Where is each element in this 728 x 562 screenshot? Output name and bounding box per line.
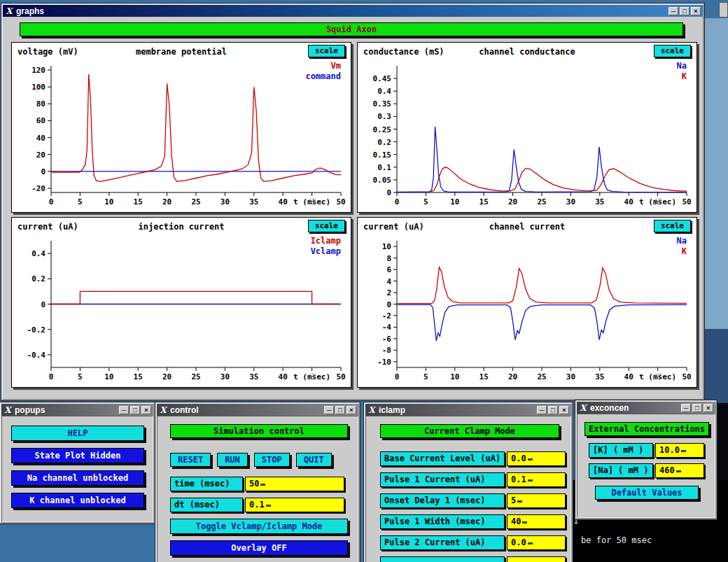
reset-button[interactable]: RESET [170,453,211,467]
field-value[interactable]: 460 [655,463,704,478]
scale-button[interactable]: scale [654,45,691,57]
x-logo-icon: X [368,405,376,415]
field-row: Base Current Level (uA)0.0 [380,451,566,466]
iclamp-window: X iclamp ─□× Current Clamp Mode Base Cur… [364,402,573,562]
maximize-button[interactable]: □ [680,7,690,15]
default-values-button[interactable]: Default Values [595,486,699,500]
svg-text:35: 35 [595,372,604,381]
scale-button[interactable]: scale [654,220,691,232]
field-label: time (msec) [170,477,243,491]
svg-text:30: 30 [220,197,230,206]
field-value[interactable] [507,556,566,562]
control-titlebar[interactable]: X control ─□× [157,404,358,416]
svg-text:25: 25 [191,372,200,381]
svg-text:8: 8 [386,254,391,263]
svg-text:15: 15 [479,372,489,381]
svg-text:-8: -8 [382,346,391,355]
svg-text:50: 50 [682,372,691,381]
svg-text:-2: -2 [382,311,391,321]
minimize-button[interactable]: ─ [324,406,334,414]
field-value[interactable]: 0.1 [245,498,344,512]
maximize-button[interactable]: □ [692,404,702,412]
banner-squid-axon: Squid Axon [20,22,683,36]
quit-button[interactable]: QUIT [296,453,332,467]
maximize-button[interactable]: □ [335,406,345,414]
svg-text:0.3: 0.3 [377,112,391,121]
popups-titlebar[interactable]: X popups ─□× [1,404,153,416]
field-value[interactable]: 5 [507,493,566,508]
svg-text:10: 10 [104,372,113,381]
field-label: Pulse 1 Width (msec) [380,514,505,529]
svg-text:35: 35 [595,197,604,206]
svg-text:-0.2: -0.2 [27,325,46,335]
graph-panel-membrane-potential: voltage (mV) membrane potential scale Vm… [11,42,351,213]
graph-title: injection current [12,222,351,232]
field-row: [Na] ( mM )460 [589,463,704,478]
close-button[interactable]: × [691,7,701,15]
close-button[interactable]: × [704,404,713,412]
minimize-button[interactable]: ─ [668,7,678,15]
svg-text:60: 60 [36,116,46,125]
close-button[interactable]: × [141,406,151,414]
svg-text:0: 0 [49,372,54,381]
field-value[interactable]: 0.1 [507,472,566,487]
close-button[interactable]: × [559,406,569,414]
exconcen-titlebar[interactable]: X exconcen ─□× [577,402,715,414]
svg-text:5: 5 [424,197,428,206]
minimize-button[interactable]: ─ [681,404,691,412]
field-value[interactable]: 10.0 [655,443,704,458]
svg-text:40: 40 [624,197,634,206]
svg-text:50: 50 [336,197,345,206]
window-title: popups [15,405,45,415]
k-channel-unblocked-button[interactable]: K channel unblocked [11,493,144,508]
field-row: Pulse 1 Width (msec)40 [380,514,566,529]
iclamp-body: Current Clamp Mode Base Current Level (u… [365,416,571,562]
maximize-button[interactable]: □ [130,406,140,414]
stop-button[interactable]: STOP [254,453,290,467]
titlebar-buttons: ─□× [668,7,701,15]
scale-button[interactable]: scale [308,220,345,232]
svg-text:100: 100 [31,83,46,92]
svg-text:40: 40 [279,372,288,381]
maximize-button[interactable]: □ [548,406,558,414]
svg-text:10: 10 [104,197,113,206]
titlebar-buttons: ─□× [324,406,356,414]
minimize-button[interactable]: ─ [537,406,547,414]
svg-text:0.2: 0.2 [377,138,391,147]
svg-text:0.25: 0.25 [373,125,392,134]
svg-text:20: 20 [162,197,172,206]
popups-buttons: HELPState Plot HiddenNa channel unblocke… [11,426,144,515]
svg-text:-4: -4 [382,323,392,332]
svg-text:0: 0 [386,188,391,197]
close-button[interactable]: × [346,406,356,414]
toggle-clamp-mode-button[interactable]: Toggle Vclamp/Iclamp Mode [170,519,348,534]
field-value[interactable]: 40 [507,514,566,529]
field-value[interactable]: 50 [245,477,344,491]
field-row [380,556,566,562]
popups-body: HELPState Plot HiddenNa channel unblocke… [1,416,153,522]
scale-button[interactable]: scale [308,45,345,57]
svg-text:4: 4 [386,277,391,286]
window-title: iclamp [379,405,405,415]
svg-text:0.15: 0.15 [373,150,392,160]
help-button[interactable]: HELP [11,426,144,441]
svg-text:0: 0 [49,197,54,206]
control-window: X control ─□× Simulation control RESETRU… [155,402,360,562]
field-value[interactable]: 0.0 [507,451,566,466]
window-title: control [170,405,199,415]
run-button[interactable]: RUN [217,453,248,467]
field-row: [K] ( mM )10.0 [589,443,704,458]
state-plot-hidden-button[interactable]: State Plot Hidden [11,448,144,463]
field-label: Pulse 1 Current (uA) [380,472,505,487]
svg-text:15: 15 [134,197,143,206]
svg-text:30: 30 [566,372,575,381]
desktop-navy-strip [705,329,728,403]
overlay-button[interactable]: Overlay OFF [170,540,348,556]
svg-text:5: 5 [78,197,83,206]
field-value[interactable]: 0.0 [507,535,566,550]
minimize-button[interactable]: ─ [119,406,129,414]
graphs-titlebar[interactable]: X graphs ─□× [3,5,703,17]
na-channel-unblocked-button[interactable]: Na channel unblocked [11,470,144,486]
field-label: dt (msec) [170,498,243,512]
iclamp-titlebar[interactable]: X iclamp ─□× [365,404,571,416]
